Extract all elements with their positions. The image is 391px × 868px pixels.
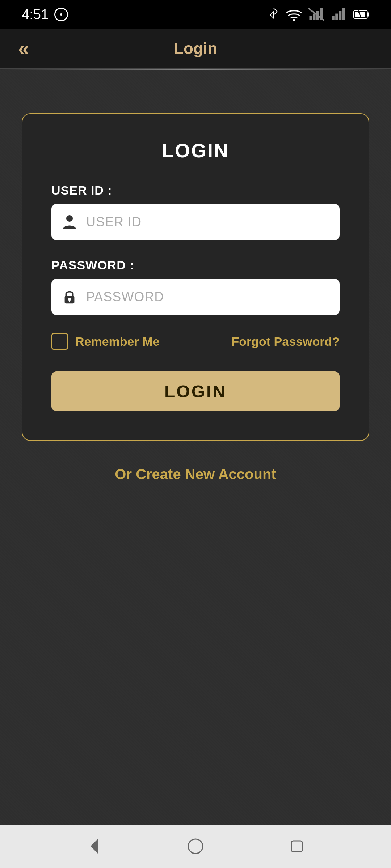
signal2-icon	[331, 8, 347, 21]
page-title: Login	[174, 39, 217, 58]
status-bar: 4:51	[0, 0, 391, 29]
login-card: LOGIN USER ID : PASSWORD : Re	[22, 113, 369, 441]
svg-rect-20	[291, 841, 302, 852]
password-input-wrapper	[51, 279, 340, 315]
svg-point-14	[66, 215, 73, 222]
svg-rect-7	[335, 14, 338, 20]
login-button[interactable]: LOGIN	[51, 371, 340, 411]
back-button[interactable]: «	[18, 39, 29, 58]
recents-nav-button[interactable]	[284, 834, 310, 859]
forgot-password-link[interactable]: Forgot Password?	[232, 335, 340, 349]
user-id-label: USER ID :	[51, 183, 340, 197]
home-nav-button[interactable]	[183, 834, 208, 859]
back-nav-button[interactable]	[81, 834, 107, 859]
bluetooth-icon	[268, 7, 279, 22]
svg-rect-17	[69, 299, 70, 302]
options-row: Remember Me Forgot Password?	[51, 333, 340, 350]
main-content: LOGIN USER ID : PASSWORD : Re	[0, 70, 391, 825]
svg-rect-9	[342, 8, 345, 20]
user-id-input[interactable]	[86, 214, 329, 230]
password-input[interactable]	[86, 289, 329, 305]
person-icon	[62, 214, 77, 230]
svg-rect-1	[309, 16, 312, 20]
svg-point-0	[293, 19, 295, 21]
remember-me-option[interactable]: Remember Me	[51, 333, 159, 350]
battery-icon	[353, 8, 369, 21]
user-id-input-wrapper	[51, 204, 340, 240]
svg-rect-8	[339, 11, 341, 20]
svg-marker-18	[91, 839, 98, 854]
svg-rect-6	[332, 16, 334, 20]
login-card-title: LOGIN	[51, 139, 340, 162]
svg-point-19	[188, 839, 203, 854]
bottom-nav-bar	[0, 825, 391, 868]
create-account-link[interactable]: Or Create New Account	[115, 466, 276, 482]
password-label: PASSWORD :	[51, 258, 340, 272]
lock-icon	[62, 289, 77, 305]
signal-icon	[308, 8, 324, 21]
time-display: 4:51	[22, 7, 49, 22]
svg-rect-11	[367, 13, 369, 17]
remember-me-label: Remember Me	[75, 335, 159, 349]
wifi-icon	[286, 8, 302, 21]
top-nav: « Login	[0, 29, 391, 69]
svg-rect-2	[313, 14, 315, 20]
status-icons	[268, 7, 369, 22]
status-time: 4:51	[22, 7, 68, 22]
remember-me-checkbox[interactable]	[51, 333, 68, 350]
